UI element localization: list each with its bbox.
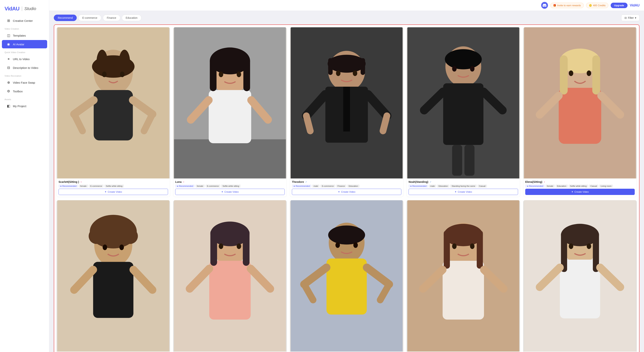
svg-point-40 [452, 66, 457, 72]
sidebar-item-label: Description to Video [13, 66, 38, 69]
avatar-card: Theodore ♂ ★ RecommendedmaleE-commerceFi… [290, 27, 404, 197]
avatar-name-row: Theodore ♂ [292, 180, 401, 184]
svg-point-11 [120, 72, 124, 77]
svg-line-35 [383, 116, 387, 131]
tab-ecommerce[interactable]: E-commerce [78, 15, 101, 21]
gift-icon: 🎁 [553, 4, 556, 7]
chevron-down-icon: ▾ [635, 16, 636, 19]
avatar-name-row: Scarlett(Sitting ) ♀ [58, 180, 168, 184]
invite-button[interactable]: 🎁 Invite to earn rewards [550, 3, 584, 8]
create-video-button[interactable]: ✦ Create Video [525, 189, 635, 195]
svg-point-75 [236, 244, 241, 249]
create-video-button[interactable]: ✦ Create Video [58, 189, 168, 195]
svg-rect-48 [559, 88, 601, 144]
face-swap-icon: ⊕ [6, 80, 10, 85]
avatar-image [290, 27, 403, 179]
avatar-card: Isabella ♀ ★ Recommendedfemale ✦ Create … [406, 200, 520, 352]
logo-studio: Studio [24, 6, 36, 11]
sidebar-item-toolbox[interactable]: ⚙ Toolbox [2, 87, 47, 95]
svg-point-74 [219, 244, 223, 249]
tag-recommended: ★ Recommended [292, 185, 312, 188]
content-area: Recommend E-commerce Finance Education ⊟… [49, 11, 644, 352]
avatar-card: Nina ♀ ★ Recommendedfemale ✦ Create Vide… [523, 200, 637, 352]
avatar-card: Marco ♂ ★ Recommendedmale ✦ Create Video [290, 200, 404, 352]
svg-point-95 [470, 244, 474, 249]
logo: VidAU Studio [0, 4, 49, 16]
svg-rect-13 [174, 139, 286, 179]
gender-icon: ♂ [430, 180, 432, 184]
tab-finance[interactable]: Finance [103, 15, 120, 21]
tag: Casual [589, 185, 598, 188]
create-video-label: Create Video [108, 191, 122, 193]
svg-rect-38 [443, 83, 484, 145]
gender-icon: ♀ [544, 180, 546, 184]
tag: Education [347, 185, 360, 188]
create-video-button[interactable]: ✦ Create Video [292, 189, 401, 195]
tag: female [196, 185, 205, 188]
tag: Living room [599, 185, 613, 188]
create-video-label: Create Video [458, 191, 472, 193]
avatar-image [173, 27, 286, 179]
tag: E-commerce [320, 185, 335, 188]
sidebar-item-my-project[interactable]: ◧ My Project [2, 102, 47, 110]
avatar-image [407, 27, 520, 179]
svg-rect-73 [243, 230, 250, 266]
svg-rect-45 [464, 145, 474, 175]
sidebar-item-label: Templates [13, 34, 26, 37]
main-area: 🎁 Invite to earn rewards 🪙 485 Credits U… [49, 0, 644, 352]
svg-rect-44 [452, 145, 462, 175]
discord-button[interactable] [541, 2, 548, 9]
sidebar-item-creative-center[interactable]: ⊞ Creative Center [2, 17, 47, 25]
sidebar-item-ai-avatar[interactable]: ◉ AI Avatar [2, 40, 47, 48]
avatar-image [57, 200, 170, 351]
avatar-name-row: Elena(Sitting) ♀ [525, 180, 635, 184]
tab-education[interactable]: Education [122, 15, 142, 21]
avatar-card: Scarlett(Sitting ) ♀ ★ Recommendedfemale… [56, 27, 170, 197]
credits-label: 485 Credits [593, 4, 606, 7]
create-video-button[interactable]: ✦ Create Video [175, 189, 285, 195]
avatar-tags: ★ RecommendedmaleEducationStanding facin… [408, 185, 518, 188]
svg-rect-29 [361, 58, 365, 75]
sidebar-item-templates[interactable]: ◫ Templates [2, 31, 47, 40]
project-icon: ◧ [6, 104, 10, 108]
create-video-label: Create Video [574, 191, 589, 193]
svg-rect-2 [94, 90, 133, 140]
avatar-image [523, 27, 636, 179]
avatar-grid: Scarlett(Sitting ) ♀ ★ Recommendedfemale… [56, 27, 637, 352]
svg-point-30 [336, 70, 340, 76]
svg-point-53 [586, 70, 591, 76]
sparkle-icon: ✦ [454, 191, 457, 193]
avatar-icon: ◉ [6, 42, 10, 46]
topbar-brand: VidAU [630, 4, 640, 8]
sidebar-item-video-face-swap[interactable]: ⊕ Video Face Swap [2, 78, 47, 87]
credits-button[interactable]: 🪙 485 Credits [586, 3, 608, 8]
tab-recommend[interactable]: Recommend [54, 15, 77, 21]
tag: E-commerce [206, 185, 220, 188]
upgrade-button[interactable]: Upgrade [611, 3, 628, 8]
sidebar-item-url-to-video[interactable]: ⚭ URL to Video [2, 55, 47, 63]
avatar-name: Scarlett(Sitting ) [58, 180, 79, 184]
templates-icon: ◫ [6, 33, 10, 38]
avatar-image [57, 27, 170, 179]
description-icon: ⊟ [6, 66, 10, 70]
sparkle-icon: ✦ [221, 191, 223, 193]
create-video-button[interactable]: ✦ Create Video [408, 189, 518, 195]
sidebar-section-quick-video: Quick Video Creation [0, 49, 49, 55]
sidebar-item-label: My Project [13, 104, 26, 108]
avatar-tags: ★ RecommendedfemaleE-commerceSelfie whil… [58, 185, 168, 188]
tag: female [79, 185, 88, 188]
sidebar-item-description-to-video[interactable]: ⊟ Description to Video [2, 64, 47, 72]
svg-rect-51 [592, 55, 600, 95]
avatar-image [407, 200, 520, 351]
avatar-name-row: Luna ♀ [175, 180, 285, 184]
filter-dropdown[interactable]: ⊟ Filter ▾ [621, 15, 640, 21]
avatar-name: Luna [175, 180, 182, 184]
avatar-info: Luna ♀ ★ RecommendedfemaleE-commerceSelf… [173, 179, 286, 197]
sparkle-icon: ✦ [338, 191, 340, 193]
tag: male [312, 185, 320, 188]
svg-point-83 [353, 242, 358, 248]
create-video-label: Create Video [341, 191, 356, 193]
svg-rect-18 [244, 58, 250, 91]
svg-line-34 [306, 116, 310, 131]
avatar-info: Noah(Standing) ♂ ★ RecommendedmaleEducat… [407, 179, 520, 197]
